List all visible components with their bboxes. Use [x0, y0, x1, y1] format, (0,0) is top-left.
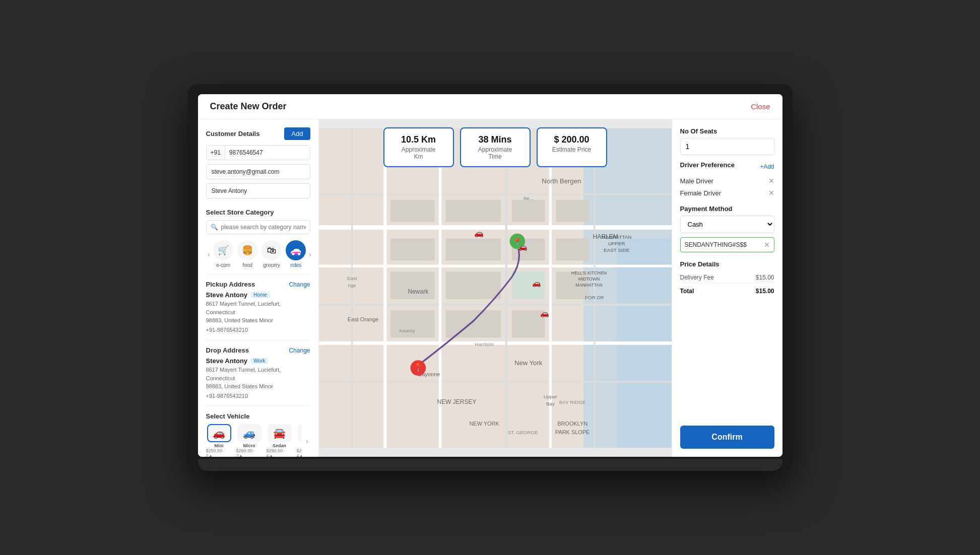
pickup-tag: Home	[250, 292, 270, 298]
vehicle-sedan[interactable]: 🚘 Sedan $290.50 · 4▲	[267, 424, 293, 457]
grocery-label: grocery	[263, 262, 280, 268]
driver-tag-male: Male Driver ✕	[680, 175, 774, 187]
map-area: 10.5 Km Approximate Km 38 Mins Approxima…	[319, 119, 672, 457]
category-rides[interactable]: 🚗 rides	[286, 240, 306, 268]
sedan-price: $290.50 · 4▲	[267, 448, 293, 457]
time-value: 38 Mins	[475, 134, 515, 145]
svg-rect-24	[556, 200, 589, 222]
total-label: Total	[680, 288, 694, 295]
customer-details-title: Customer Details	[206, 130, 260, 137]
svg-text:BAY RIDGE: BAY RIDGE	[559, 399, 585, 405]
time-label: Approximate Time	[475, 146, 515, 160]
map-svg: East North Bergen HARLEM Newark East Ora…	[319, 119, 672, 457]
price-label: Estimate Price	[552, 146, 592, 153]
svg-text:MANHATTAN: MANHATTAN	[601, 234, 631, 240]
payment-label: Payment Method	[680, 205, 774, 213]
svg-rect-16	[445, 200, 500, 222]
delivery-fee-value: $15.00	[756, 274, 774, 281]
svg-text:MIDTOWN: MIDTOWN	[578, 276, 600, 282]
map-stats: 10.5 Km Approximate Km 38 Mins Approxima…	[383, 127, 607, 167]
grocery-icon: 🛍	[267, 245, 276, 256]
svg-text:NEW YORK: NEW YORK	[469, 421, 499, 427]
vehicle-mini[interactable]: 🚗 Mini $250.50 · 2▲	[206, 424, 232, 457]
svg-rect-26	[556, 239, 589, 261]
pickup-change-link[interactable]: Change	[289, 281, 310, 288]
driver-pref-label: Driver Preference	[680, 161, 735, 169]
pickup-name: Steve Antony Home	[206, 291, 310, 299]
micro-label: Micro	[243, 443, 255, 448]
svg-text:Kearny: Kearny	[399, 328, 415, 333]
svg-text:📍: 📍	[412, 362, 423, 373]
stat-time: 38 Mins Approximate Time	[460, 127, 531, 167]
confirm-button[interactable]: Confirm	[680, 426, 774, 449]
category-next-arrow[interactable]: ›	[307, 249, 313, 259]
promo-clear-button[interactable]: ✕	[764, 241, 770, 249]
svg-rect-20	[445, 271, 500, 299]
close-button[interactable]: Close	[751, 102, 770, 111]
svg-text:PARK SLOPE: PARK SLOPE	[555, 429, 589, 435]
phone-input[interactable]	[225, 146, 310, 160]
add-driver-pref-link[interactable]: +Add	[760, 163, 774, 170]
micro-price: $260.50 · 2▲	[236, 448, 263, 457]
search-icon: 🔍	[211, 224, 218, 231]
svg-rect-15	[390, 200, 435, 222]
drop-change-link[interactable]: Change	[289, 347, 310, 354]
svg-text:Newark: Newark	[408, 288, 429, 295]
pickup-address-text: 8617 Mayert Tunnel, Luciefurt, Connectic…	[206, 300, 310, 325]
vehicle-list: 🚗 Mini $250.50 · 2▲ 🚙 Micro	[206, 424, 302, 457]
category-ecom[interactable]: 🛒 e-com	[213, 240, 233, 268]
delivery-fee-row: Delivery Fee $15.00	[680, 272, 774, 284]
vehicle-xl[interactable]: 🚐 XL $210.50 · 4▲	[297, 424, 302, 457]
mini-price: $250.50 · 2▲	[206, 448, 232, 457]
add-customer-button[interactable]: Add	[284, 127, 310, 140]
svg-text:FOR DR: FOR DR	[585, 295, 604, 300]
seats-input[interactable]	[680, 138, 774, 155]
price-value: $ 200.00	[552, 134, 592, 145]
delivery-fee-label: Delivery Fee	[680, 274, 714, 281]
sedan-label: Sedan	[273, 443, 286, 448]
name-input[interactable]	[206, 183, 310, 198]
page-title: Create New Order	[210, 101, 287, 112]
stat-price: $ 200.00 Estimate Price	[537, 127, 607, 167]
sedan-car-icon: 🚘	[273, 427, 286, 439]
svg-text:nge: nge	[348, 283, 356, 288]
svg-text:Se...: Se...	[523, 195, 533, 201]
svg-text:East: East	[347, 275, 357, 281]
pickup-phone: +91-9876543210	[206, 326, 310, 334]
category-food[interactable]: 🍔 food	[237, 240, 257, 268]
category-prev-arrow[interactable]: ‹	[206, 249, 213, 259]
ecom-icon: 🛒	[218, 245, 229, 256]
svg-text:ST. GEORGE: ST. GEORGE	[507, 430, 538, 435]
category-search-input[interactable]	[221, 224, 306, 231]
xl-price: $210.50 · 4▲	[297, 448, 302, 457]
svg-rect-21	[390, 310, 435, 338]
svg-text:🚗: 🚗	[532, 279, 541, 288]
promo-code-box: SENDANYTHING#S$$ ✕	[680, 237, 774, 252]
food-icon: 🍔	[242, 245, 253, 256]
category-grocery[interactable]: 🛍 grocery	[262, 240, 282, 268]
drop-tag: Work	[250, 358, 268, 364]
email-input[interactable]	[206, 164, 310, 179]
payment-select[interactable]: Cash Card Wallet	[680, 216, 774, 233]
payment-section: Payment Method Cash Card Wallet SENDANYT…	[680, 205, 774, 254]
rides-label: rides	[290, 262, 301, 268]
seats-section: No Of Seats	[680, 127, 774, 155]
female-driver-remove[interactable]: ✕	[768, 189, 774, 197]
vehicle-next-arrow[interactable]: ›	[304, 436, 310, 446]
male-driver-remove[interactable]: ✕	[768, 177, 774, 185]
drop-address-section: Drop Address Change Steve Antony Work 86…	[206, 346, 310, 400]
svg-text:New York: New York	[514, 359, 542, 367]
total-value: $15.00	[756, 288, 774, 295]
km-label: Approximate Km	[399, 146, 439, 160]
svg-text:UPPER: UPPER	[608, 241, 625, 246]
svg-text:🚗: 🚗	[474, 228, 484, 238]
store-category-title: Select Store Category	[206, 209, 310, 216]
micro-car-icon: 🚙	[243, 427, 255, 439]
food-label: food	[242, 262, 252, 268]
left-panel: Customer Details Add +91 Select Store Ca…	[198, 119, 319, 457]
drop-phone: +91-9876543210	[206, 392, 310, 400]
svg-rect-18	[445, 239, 500, 261]
male-driver-label: Male Driver	[680, 177, 713, 185]
vehicle-micro[interactable]: 🚙 Micro $260.50 · 2▲	[236, 424, 263, 457]
drop-address-text: 8617 Mayert Tunnel, Luciefurt, Connectic…	[206, 366, 310, 391]
